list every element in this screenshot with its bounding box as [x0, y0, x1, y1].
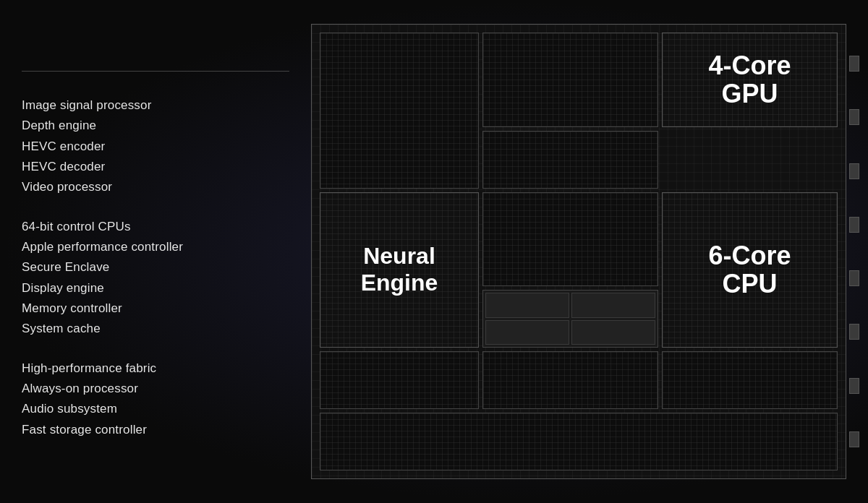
right-bar-3: [849, 163, 859, 179]
gpu-label-line2: GPU: [721, 79, 778, 108]
chip-block-bottom-full: [320, 413, 838, 470]
right-bar-4: [849, 217, 859, 233]
cpu-sub-cell-2: [571, 293, 655, 318]
right-bar-1: [849, 56, 859, 72]
chip-diagram: 4-Core GPU Neural Engine: [311, 24, 846, 479]
feature-64bit-cpus: 64-bit control CPUs: [22, 218, 289, 236]
feature-audio-subsystem: Audio subsystem: [22, 400, 289, 418]
feature-depth-engine: Depth engine: [22, 116, 289, 135]
feature-always-on: Always-on processor: [22, 379, 289, 398]
feature-hevc-decoder: HEVC decoder: [22, 158, 289, 176]
chip-block-cpu-sub: [482, 290, 658, 348]
chip-inner: 4-Core GPU Neural Engine: [316, 29, 841, 474]
chip-block-cpu: 6-Core CPU: [662, 192, 838, 348]
right-bar-7: [849, 378, 859, 394]
cpu-label: 6-Core CPU: [708, 241, 791, 298]
feature-group-io: High-performance fabric Always-on proces…: [22, 359, 289, 439]
feature-apple-perf: Apple performance controller: [22, 238, 289, 257]
feature-image-signal: Image signal processor: [22, 96, 289, 115]
gpu-label: 4-Core GPU: [708, 51, 791, 108]
left-panel: Image signal processor Depth engine HEVC…: [22, 64, 289, 439]
chip-block-bottom-left: [320, 351, 479, 409]
right-bar-5: [849, 270, 859, 286]
feature-secure-enclave: Secure Enclave: [22, 258, 289, 277]
chip-block-bottom-mid: [482, 351, 658, 409]
feature-hp-fabric: High-performance fabric: [22, 359, 289, 378]
feature-group-media: Image signal processor Depth engine HEVC…: [22, 96, 289, 197]
feature-hevc-encoder: HEVC encoder: [22, 137, 289, 156]
right-bar-2: [849, 109, 859, 125]
right-bar-8: [849, 431, 859, 447]
chip-block-neural: Neural Engine: [320, 192, 479, 348]
chip-block-isp: [320, 33, 479, 189]
feature-system-cache: System cache: [22, 319, 289, 338]
chip-block-mid-left: [482, 131, 658, 189]
cpu-sub-cell-1: [485, 293, 569, 318]
feature-group-system: 64-bit control CPUs Apple performance co…: [22, 218, 289, 339]
feature-fast-storage: Fast storage controller: [22, 421, 289, 439]
divider-top: [22, 71, 289, 72]
right-connector-bars: [849, 38, 859, 465]
cpu-label-line2: CPU: [722, 269, 777, 298]
chip-block-mid-right: [482, 192, 658, 287]
chip-diagram-container: 4-Core GPU Neural Engine: [311, 24, 846, 479]
right-bar-6: [849, 324, 859, 340]
neural-label-line2: Engine: [361, 270, 438, 296]
chip-block-gpu: 4-Core GPU: [662, 33, 838, 127]
cpu-label-line1: 6-Core: [708, 241, 791, 270]
neural-label-line1: Neural: [363, 243, 435, 269]
feature-display-engine: Display engine: [22, 279, 289, 298]
chip-block-bottom-right: [662, 351, 838, 409]
feature-memory-controller: Memory controller: [22, 299, 289, 318]
feature-video-processor: Video processor: [22, 178, 289, 197]
neural-label: Neural Engine: [361, 243, 438, 296]
gpu-label-line1: 4-Core: [708, 51, 791, 80]
cpu-sub-cell-3: [485, 320, 569, 345]
content-wrapper: Image signal processor Depth engine HEVC…: [0, 0, 868, 503]
chip-block-top-mid: [482, 33, 658, 127]
cpu-sub-cell-4: [571, 320, 655, 345]
